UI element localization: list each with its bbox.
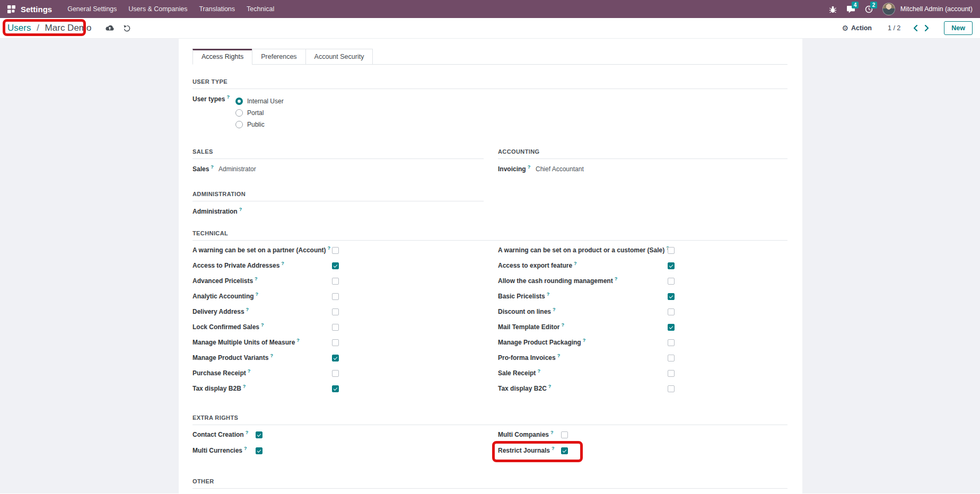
sales-label: Sales? <box>192 165 218 173</box>
radio-input-internal-user[interactable] <box>235 98 243 105</box>
radio-option-portal[interactable]: Portal <box>235 107 284 119</box>
field-row-basic-pricelists: Basic Pricelists? <box>498 293 788 300</box>
help-icon: ? <box>574 261 577 266</box>
invoicing-value[interactable]: Chief Accountant <box>536 165 584 173</box>
checkbox-manage-product-packaging[interactable] <box>668 339 675 346</box>
help-icon: ? <box>548 384 552 389</box>
checkbox-mail-template-editor[interactable] <box>668 324 675 331</box>
action-menu-button[interactable]: ⚙ Action <box>842 24 872 32</box>
checkbox-analytic-accounting[interactable] <box>332 293 339 300</box>
section-other: OTHER Access to Accounting Dashboard? By… <box>192 478 788 494</box>
checkbox-purchase-receipt[interactable] <box>332 370 339 377</box>
field-row-analytic-accounting: Analytic Accounting? <box>192 293 484 300</box>
field-row-lock-confirmed-sales: Lock Confirmed Sales? <box>192 324 484 331</box>
radio-option-internal-user[interactable]: Internal User <box>235 95 284 107</box>
section-extra-rights: EXTRA RIGHTS Contact Creation?Multi Curr… <box>192 414 788 463</box>
section-title-technical: TECHNICAL <box>192 230 788 241</box>
checkmark-icon <box>334 386 338 391</box>
help-icon: ? <box>243 384 246 389</box>
top-navbar: Settings General SettingsUsers & Compani… <box>0 0 980 18</box>
gear-icon: ⚙ <box>842 24 849 32</box>
checkbox-multi-companies[interactable] <box>561 431 568 438</box>
menu-item-users-companies[interactable]: Users & Companies <box>122 0 193 18</box>
checkbox-manage-multiple-units-of-measure[interactable] <box>332 339 339 346</box>
debug-bug-icon[interactable] <box>829 5 837 13</box>
tab-preferences[interactable]: Preferences <box>252 49 305 65</box>
breadcrumb: Users / Marc Demo <box>7 22 91 34</box>
field-row-sale-receipt: Sale Receipt? <box>498 370 788 377</box>
field-row-mail-template-editor: Mail Template Editor? <box>498 324 788 331</box>
field-row-allow-the-cash-rounding-management: Allow the cash rounding management? <box>498 278 788 285</box>
checkbox-a-warning-can-be-set-on-a-product-or-a-customer-sale[interactable] <box>668 247 675 254</box>
pager-previous-button[interactable] <box>910 25 921 31</box>
checkmark-icon <box>257 433 261 437</box>
pager-next-button[interactable] <box>921 25 932 31</box>
action-label: Action <box>851 24 872 32</box>
checkbox-discount-on-lines[interactable] <box>668 308 675 315</box>
checkbox-multi-currencies[interactable] <box>256 447 262 454</box>
field-row-tax-display-b2c: Tax display B2C? <box>498 385 788 392</box>
section-title-sales: SALES <box>192 148 484 159</box>
help-icon: ? <box>537 368 540 374</box>
section-title-extra-rights: EXTRA RIGHTS <box>192 414 788 425</box>
user-types-options: Internal UserPortalPublic <box>235 95 284 130</box>
menu-item-technical[interactable]: Technical <box>241 0 280 18</box>
discard-undo-icon[interactable] <box>123 24 131 32</box>
field-row-manage-product-packaging: Manage Product Packaging? <box>498 339 788 346</box>
help-icon: ? <box>615 276 618 281</box>
checkbox-access-to-private-addresses[interactable] <box>332 262 339 269</box>
checkbox-advanced-pricelists[interactable] <box>332 278 339 285</box>
breadcrumb-users-link[interactable]: Users <box>7 23 31 33</box>
section-title-user-type: USER TYPE <box>192 78 788 89</box>
checkbox-access-to-export-feature[interactable] <box>668 262 675 269</box>
field-label-multi-companies: Multi Companies? <box>498 431 561 438</box>
checkbox-restrict-journals[interactable] <box>561 447 568 454</box>
checkbox-tax-display-b2b[interactable] <box>332 385 339 392</box>
sales-value[interactable]: Administrator <box>218 165 256 173</box>
administration-label: Administration? <box>192 208 242 215</box>
help-icon: ? <box>255 276 258 281</box>
section-technical: TECHNICAL A warning can be set on a part… <box>192 230 788 401</box>
help-icon: ? <box>561 322 564 328</box>
radio-input-portal[interactable] <box>235 109 243 117</box>
field-label-tax-display-b2b: Tax display B2B? <box>192 385 332 392</box>
help-icon: ? <box>553 307 556 312</box>
apps-grid-icon[interactable] <box>7 5 15 13</box>
field-label-basic-pricelists: Basic Pricelists? <box>498 293 668 300</box>
checkbox-basic-pricelists[interactable] <box>668 293 675 300</box>
checkbox-lock-confirmed-sales[interactable] <box>332 324 339 331</box>
help-icon: ? <box>246 430 249 435</box>
checkbox-pro-forma-invoices[interactable] <box>668 355 675 361</box>
checkmark-icon <box>669 294 673 298</box>
messages-icon[interactable]: 4 <box>846 5 855 13</box>
help-icon: ? <box>550 430 554 435</box>
checkbox-contact-creation[interactable] <box>256 431 262 438</box>
menu-item-translations[interactable]: Translations <box>193 0 241 18</box>
field-row-a-warning-can-be-set-on-a-partner-account: A warning can be set on a partner (Accou… <box>192 247 484 254</box>
new-button[interactable]: New <box>944 21 973 35</box>
menu-item-general-settings[interactable]: General Settings <box>62 0 122 18</box>
checkbox-manage-product-variants[interactable] <box>332 355 339 361</box>
section-user-type: USER TYPE User types? Internal UserPorta… <box>192 78 788 130</box>
checkbox-a-warning-can-be-set-on-a-partner-account[interactable] <box>332 247 339 254</box>
checkbox-delivery-address[interactable] <box>332 308 339 315</box>
radio-option-public[interactable]: Public <box>235 119 284 130</box>
radio-input-public[interactable] <box>235 121 243 128</box>
user-menu[interactable]: Mitchell Admin (account) <box>900 5 973 13</box>
field-row-tax-display-b2b: Tax display B2B? <box>192 385 484 392</box>
technical-left-column: A warning can be set on a partner (Accou… <box>192 247 484 401</box>
app-name[interactable]: Settings <box>21 5 52 14</box>
help-icon: ? <box>248 368 251 374</box>
save-cloud-icon[interactable] <box>105 24 115 32</box>
field-row-delivery-address: Delivery Address? <box>192 308 484 315</box>
activities-clock-icon[interactable]: 2 <box>865 5 873 13</box>
tab-access-rights[interactable]: Access Rights <box>192 49 252 65</box>
tab-account-security[interactable]: Account Security <box>305 49 373 65</box>
field-label-mail-template-editor: Mail Template Editor? <box>498 324 668 331</box>
field-label-manage-multiple-units-of-measure: Manage Multiple Units of Measure? <box>192 339 332 346</box>
user-avatar[interactable] <box>882 3 895 15</box>
checkbox-allow-the-cash-rounding-management[interactable] <box>668 278 675 285</box>
checkbox-sale-receipt[interactable] <box>668 370 675 377</box>
checkbox-tax-display-b2c[interactable] <box>668 385 675 392</box>
field-label-lock-confirmed-sales: Lock Confirmed Sales? <box>192 324 332 331</box>
